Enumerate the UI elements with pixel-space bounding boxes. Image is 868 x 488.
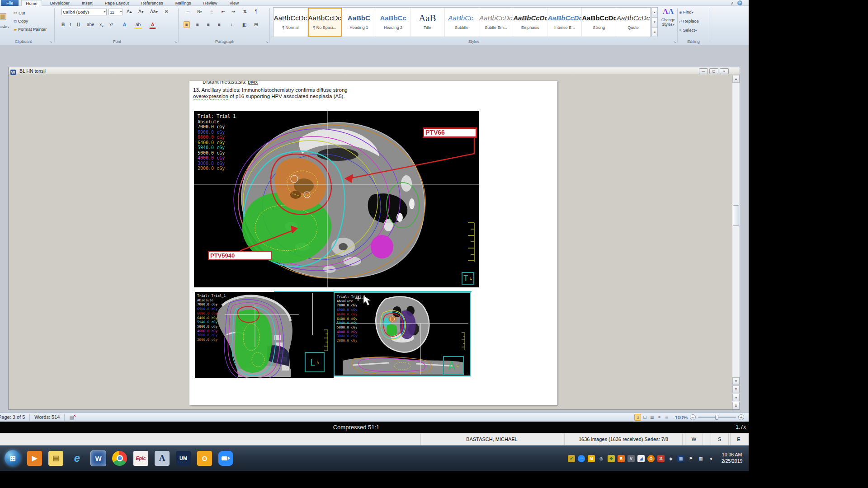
justify-button[interactable]: ≡ (216, 21, 222, 28)
tab-home[interactable]: Home (21, 0, 42, 6)
internet-explorer-icon[interactable]: e (70, 451, 85, 466)
format-painter-button[interactable]: ▰Format Painter (14, 27, 47, 32)
next-page-icon[interactable]: ⇊ (732, 402, 740, 409)
close-button[interactable]: × (720, 68, 729, 74)
tab-review[interactable]: Review (199, 0, 222, 6)
tray-flag-icon[interactable]: ⚑ (687, 455, 694, 462)
replace-button[interactable]: ⇄Replace (679, 19, 699, 23)
tab-insert[interactable]: Insert (78, 0, 97, 6)
styles-scroll-up-icon[interactable]: ▲ (651, 7, 658, 17)
styles-scroll-down-icon[interactable]: ▼ (651, 17, 658, 27)
style-no-spacing[interactable]: AaBbCcDc ¶ No Spaci... (308, 8, 342, 37)
zoom-slider-thumb[interactable] (715, 415, 718, 420)
app-a-icon[interactable]: A (155, 451, 170, 466)
restore-button[interactable]: ◻ (709, 68, 718, 74)
numbering-button[interactable]: № (195, 8, 204, 15)
tray-calendar-icon[interactable]: 11 (657, 455, 665, 462)
tab-references[interactable]: References (137, 0, 167, 6)
paragraph-dialog-launcher-icon[interactable]: ↘ (265, 40, 268, 44)
change-case-button[interactable]: Aa▾ (148, 8, 160, 15)
borders-button[interactable]: ⊞ (252, 21, 259, 28)
document-page[interactable]: Distant metastasis: pMx 13. Ancillary st… (189, 81, 557, 405)
help-icon[interactable]: ? (737, 0, 742, 5)
chrome-icon[interactable] (112, 451, 127, 466)
style-subtle-emphasis[interactable]: AaBbCcDc Subtle Em... (479, 8, 514, 37)
zoom-icon[interactable] (218, 451, 233, 466)
media-player-icon[interactable]: ▶ (27, 451, 42, 466)
tray-send-icon[interactable]: ◢ (637, 455, 645, 462)
select-button[interactable]: ↖Select▾ (679, 28, 697, 33)
style-title[interactable]: AaB Title (410, 8, 445, 37)
tab-view[interactable]: View (226, 0, 243, 6)
word-icon[interactable]: W (91, 451, 106, 466)
line-spacing-button[interactable]: ↕ (229, 21, 235, 28)
font-size-combobox[interactable]: 11▾ (108, 9, 123, 15)
view-draft-icon[interactable]: ≣ (663, 414, 670, 421)
tray-network-icon[interactable]: ▥ (697, 455, 704, 462)
find-button[interactable]: ◉Find▾ (679, 9, 693, 14)
page-indicator[interactable]: Page: 3 of 5 (0, 414, 30, 421)
cut-button[interactable]: ✂Cut (14, 10, 25, 15)
multilevel-list-button[interactable]: ⋮ (208, 8, 216, 15)
scroll-down-icon[interactable]: ▼ (732, 377, 740, 385)
scrollbar-thumb[interactable] (733, 205, 739, 226)
tab-developer[interactable]: Developer (46, 0, 74, 6)
minimize-button[interactable]: — (699, 68, 708, 74)
superscript-button[interactable]: x² (108, 21, 115, 28)
tray-v-icon[interactable]: V (627, 455, 635, 462)
shading-button[interactable]: ◧ (241, 21, 248, 28)
spellcheck-status[interactable]: ▤ × (65, 414, 78, 420)
style-emphasis[interactable]: AaBbCcDc Emphasis (513, 8, 547, 37)
ct-axial-view[interactable]: Trial: Trial_1Absolute7000.0 cGy6900.0 c… (194, 111, 479, 287)
grow-font-button[interactable]: A▴ (125, 8, 134, 15)
highlight-button[interactable]: ab (134, 21, 142, 29)
zoom-in-button[interactable]: + (738, 414, 744, 420)
change-styles-button[interactable]: AA Change Styles▾ (659, 7, 677, 37)
tray-agent-icon[interactable]: ✔ (568, 455, 575, 462)
outlook-icon[interactable]: O (197, 451, 212, 466)
zoom-slider[interactable] (698, 417, 736, 418)
tab-file[interactable]: File (1, 0, 19, 6)
tray-o-icon[interactable]: O (647, 455, 655, 462)
tray-sync-icon[interactable]: ◎ (598, 455, 605, 462)
style-heading1[interactable]: AaBbC Heading 1 (342, 8, 377, 37)
styles-more-icon[interactable]: ⇊ (651, 27, 658, 37)
tray-window-icon[interactable]: ▦ (677, 455, 684, 462)
zoom-out-button[interactable]: − (690, 414, 696, 420)
tray-b-icon[interactable]: B (618, 455, 625, 462)
style-quote[interactable]: AaBbCcDc Quote (616, 8, 651, 37)
zoom-level[interactable]: 100% (675, 415, 688, 420)
underline-button[interactable]: U (75, 21, 82, 28)
file-explorer-icon[interactable]: ▤ (48, 451, 63, 466)
copy-button[interactable]: ⧉Copy (14, 19, 28, 24)
align-right-button[interactable]: ≡ (205, 21, 212, 28)
view-outline-icon[interactable]: ≡ (656, 414, 663, 421)
strikethrough-button[interactable]: abe (85, 21, 96, 28)
tray-m-icon[interactable]: M (588, 455, 595, 462)
shrink-font-button[interactable]: A▾ (137, 8, 146, 15)
text-effects-button[interactable]: A (121, 21, 128, 28)
scroll-up-icon[interactable]: ▲ (732, 75, 740, 83)
tab-mailings[interactable]: Mailings (171, 0, 195, 6)
font-color-button[interactable]: A (149, 21, 156, 29)
bold-button[interactable]: B (60, 21, 66, 28)
align-left-button[interactable]: ≡ (184, 21, 190, 28)
style-intense-emphasis[interactable]: AaBbCcDc Intense E... (547, 8, 582, 37)
italic-button[interactable]: I (68, 21, 73, 28)
document-window-titlebar[interactable]: W BL HN tonsil — ◻ × (9, 67, 740, 75)
style-normal[interactable]: AaBbCcDc ¶ Normal (274, 8, 308, 37)
increase-indent-button[interactable]: ⇥ (230, 8, 237, 15)
tab-page-layout[interactable]: Page Layout (101, 0, 133, 6)
ct-coronal-view[interactable]: Trial: Trial_1Absolute7000.0 cGy6900.0 c… (334, 292, 471, 376)
bullets-button[interactable]: ≔ (184, 8, 192, 15)
tray-lock-icon[interactable]: ❖ (608, 455, 615, 462)
um-icon[interactable]: UM (176, 451, 191, 466)
sort-button[interactable]: ⇅ (241, 8, 249, 15)
tray-diamond-icon[interactable]: ◈ (667, 455, 675, 462)
previous-page-icon[interactable]: ⇈ (732, 385, 740, 393)
show-paragraph-marks-button[interactable]: ¶ (253, 8, 259, 15)
font-dialog-launcher-icon[interactable]: ↘ (174, 40, 177, 44)
vertical-scrollbar[interactable]: ▲ ▼ ⇈ ● ⇊ (732, 75, 740, 409)
view-web-layout-icon[interactable]: ▥ (649, 414, 656, 421)
clipboard-dialog-launcher-icon[interactable]: ↘ (49, 40, 52, 44)
